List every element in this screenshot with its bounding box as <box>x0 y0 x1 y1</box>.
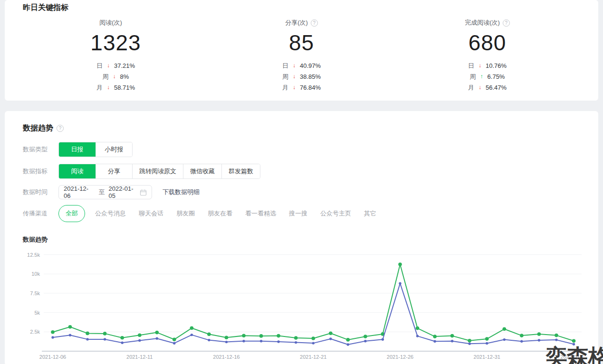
data-metric-option-4[interactable]: 群发篇数 <box>221 164 260 178</box>
data-point-series-green[interactable] <box>103 332 107 336</box>
data-point-series-blue[interactable] <box>295 341 297 344</box>
data-point-series-blue[interactable] <box>191 334 193 336</box>
data-point-series-blue[interactable] <box>104 338 106 340</box>
data-point-series-green[interactable] <box>485 337 489 341</box>
help-icon[interactable]: ? <box>57 125 64 132</box>
data-point-series-green[interactable] <box>572 339 576 343</box>
data-point-series-green[interactable] <box>225 336 229 340</box>
data-point-series-green[interactable] <box>537 332 541 336</box>
data-point-series-blue[interactable] <box>121 342 124 344</box>
data-point-series-green[interactable] <box>398 262 402 266</box>
channel-option-6[interactable]: 搜一搜 <box>289 207 307 220</box>
data-point-series-green[interactable] <box>138 334 142 337</box>
data-point-series-blue[interactable] <box>138 339 141 342</box>
data-point-series-green[interactable] <box>433 335 437 338</box>
delta-row: 周↑6.75% <box>394 71 580 82</box>
x-axis-tick-label: 2021-12-31 <box>474 354 500 360</box>
delta-row: 日↓10.76% <box>394 60 580 71</box>
data-point-series-green[interactable] <box>277 334 280 338</box>
data-point-series-green[interactable] <box>346 338 350 342</box>
data-point-series-blue[interactable] <box>173 342 175 345</box>
metrics-row: 阅读(次) ? 1323 日↓37.21%周↓8%月↓58.71% 分享(次) … <box>23 19 580 93</box>
metric-read: 阅读(次) ? 1323 日↓37.21%周↓8%月↓58.71% <box>23 19 209 93</box>
data-point-series-blue[interactable] <box>433 340 436 343</box>
data-point-series-green[interactable] <box>520 334 524 337</box>
data-point-series-blue[interactable] <box>555 338 557 341</box>
data-point-series-blue[interactable] <box>156 337 158 340</box>
channel-option-2[interactable]: 聊天会话 <box>139 207 163 220</box>
data-point-series-green[interactable] <box>259 334 263 338</box>
data-metric-option-0[interactable]: 阅读 <box>59 164 96 178</box>
delta-period: 周 <box>282 71 288 82</box>
data-point-series-blue[interactable] <box>503 338 506 341</box>
data-point-series-blue[interactable] <box>260 340 262 342</box>
delta-row: 月↓56.47% <box>394 82 580 93</box>
data-point-series-green[interactable] <box>242 334 246 338</box>
data-point-series-green[interactable] <box>555 334 558 337</box>
data-type-option-1[interactable]: 小时报 <box>96 142 132 157</box>
data-point-series-green[interactable] <box>155 331 159 335</box>
data-point-series-blue[interactable] <box>225 341 228 343</box>
data-point-series-green[interactable] <box>312 336 316 340</box>
help-icon[interactable]: ? <box>503 19 510 27</box>
trend-chart: 2.5k5k7.5k10k12.5k2021-12-062021-12-1120… <box>23 249 580 364</box>
data-point-series-blue[interactable] <box>277 340 279 343</box>
delta-period: 日 <box>96 60 103 71</box>
delta-row: 日↓40.97% <box>209 60 394 71</box>
data-point-series-green[interactable] <box>416 327 420 330</box>
data-point-series-green[interactable] <box>51 330 55 334</box>
data-point-series-green[interactable] <box>364 335 367 338</box>
arrow-down-icon: ↓ <box>107 60 110 71</box>
data-point-series-green[interactable] <box>86 332 89 336</box>
channel-option-4[interactable]: 朋友在看 <box>208 207 232 220</box>
data-point-series-blue[interactable] <box>416 335 419 337</box>
data-metric-option-1[interactable]: 分享 <box>96 164 132 178</box>
data-point-series-green[interactable] <box>190 327 194 330</box>
data-point-series-green[interactable] <box>450 334 454 338</box>
delta-value: 37.21% <box>114 60 135 71</box>
help-icon[interactable]: ? <box>311 19 318 27</box>
data-point-series-blue[interactable] <box>329 337 332 340</box>
delta-row: 月↓58.71% <box>23 82 209 93</box>
data-point-series-blue[interactable] <box>520 340 523 343</box>
channel-option-3[interactable]: 朋友圈 <box>176 207 195 220</box>
download-data-link[interactable]: 下载数据明细 <box>163 188 200 196</box>
metric-share-label: 分享(次) <box>285 19 308 27</box>
data-point-series-blue[interactable] <box>51 336 54 338</box>
data-point-series-blue[interactable] <box>86 338 88 340</box>
line-series-green <box>53 264 574 341</box>
data-point-series-blue[interactable] <box>347 343 349 345</box>
data-point-series-green[interactable] <box>207 332 211 336</box>
channel-option-0[interactable]: 全部 <box>58 205 85 222</box>
channel-option-1[interactable]: 公众号消息 <box>95 207 126 220</box>
data-point-series-blue[interactable] <box>538 339 540 341</box>
data-point-series-blue[interactable] <box>242 340 245 342</box>
x-axis-tick-label: 2021-12-21 <box>300 354 326 360</box>
data-point-series-green[interactable] <box>68 325 72 329</box>
date-range-input[interactable]: 2021-12-06 至 2022-01-05 <box>58 185 152 199</box>
data-point-series-green[interactable] <box>120 336 124 340</box>
data-point-series-blue[interactable] <box>451 340 453 342</box>
delta-value: 76.84% <box>300 82 321 93</box>
data-point-series-blue[interactable] <box>312 342 315 344</box>
data-point-series-blue[interactable] <box>399 282 401 284</box>
arrow-down-icon: ↓ <box>293 60 296 71</box>
channel-option-5[interactable]: 看一看精选 <box>245 207 276 220</box>
data-metric-option-2[interactable]: 跳转阅读原文 <box>132 164 183 178</box>
data-type-option-0[interactable]: 日报 <box>59 142 96 157</box>
channel-option-7[interactable]: 公众号主页 <box>320 207 351 220</box>
data-point-series-green[interactable] <box>294 336 298 340</box>
data-point-series-green[interactable] <box>468 339 471 343</box>
data-point-series-blue[interactable] <box>486 342 488 345</box>
data-point-series-blue[interactable] <box>364 340 366 342</box>
data-point-series-green[interactable] <box>503 327 507 331</box>
channel-option-8[interactable]: 其它 <box>364 207 376 220</box>
data-metric-option-3[interactable]: 微信收藏 <box>183 164 221 178</box>
data-point-series-green[interactable] <box>329 331 333 335</box>
channel-options: 全部公众号消息聊天会话朋友圈朋友在看看一看精选搜一搜公众号主页其它 <box>58 205 389 222</box>
data-point-series-green[interactable] <box>172 338 176 342</box>
data-point-series-blue[interactable] <box>208 339 210 341</box>
data-point-series-blue[interactable] <box>69 334 71 336</box>
data-point-series-blue[interactable] <box>469 343 471 345</box>
data-point-series-blue[interactable] <box>382 338 384 341</box>
